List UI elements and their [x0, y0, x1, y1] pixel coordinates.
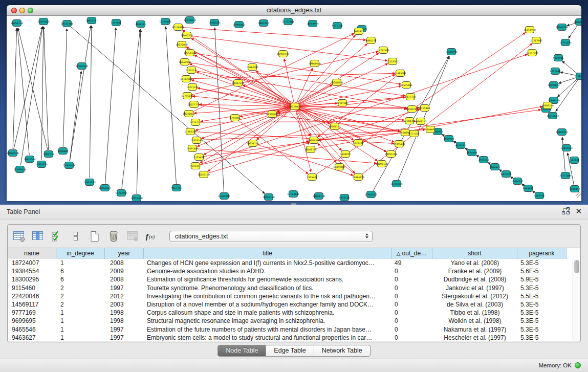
graph-node-label: 18403313 [574, 21, 581, 24]
graph-edge[interactable] [194, 55, 291, 105]
network-graph[interactable]: 1405571420091406181114041065328715270076… [7, 16, 581, 201]
graph-node-label: 19384554 [308, 139, 319, 142]
graph-node-label: 20997140 [263, 196, 274, 199]
graph-node-label: 12754110 [184, 52, 195, 54]
graph-node-label: 19737493 [377, 49, 389, 52]
table-row[interactable]: 911546021997Tourette syndrome. Phenomeno… [8, 284, 573, 292]
graph-edge[interactable] [189, 62, 405, 96]
graph-node-label: 9275711 [190, 121, 201, 124]
graph-edge[interactable] [297, 35, 355, 103]
tab-node-table[interactable]: Node Table [218, 345, 266, 356]
cell-name: 9115460 [8, 284, 56, 292]
graph-node-label: 19861610 [309, 62, 320, 65]
table-row[interactable]: 1830029562008Estimation of significance … [8, 275, 573, 283]
graph-node-label: 12093872 [548, 84, 559, 86]
minimize-window-button[interactable] [19, 8, 25, 13]
graph-edge[interactable] [63, 29, 67, 147]
graph-node-label: 19660164 [208, 21, 220, 24]
graph-edge[interactable] [296, 111, 309, 145]
float-panel-icon[interactable] [562, 208, 569, 215]
traffic-lights [11, 8, 33, 13]
column-header-title[interactable]: title [144, 248, 391, 259]
graph-edge[interactable] [194, 132, 394, 143]
graph-node-label: 14055714 [11, 22, 23, 25]
scrollbar-thumb[interactable] [574, 260, 579, 273]
close-panel-icon[interactable]: ✕ [575, 208, 582, 215]
table-row[interactable]: 2242004622012Investigating the contribut… [8, 292, 573, 300]
table-row[interactable]: 946554611997Estimation of the future num… [8, 325, 573, 334]
select-all-icon[interactable] [50, 229, 64, 244]
table-panel-title: Table Panel [7, 208, 40, 215]
graph-node-label: 5905170 [43, 153, 54, 156]
graph-edge[interactable] [90, 26, 92, 178]
graph-edge[interactable] [567, 23, 576, 26]
graph-node-label: 10107487 [336, 102, 348, 104]
graph-edge[interactable] [203, 110, 541, 157]
tab-network-table[interactable]: Network Table [314, 345, 370, 356]
network-canvas[interactable]: 1405571420091406181114041065328715270076… [7, 16, 581, 201]
close-window-button[interactable] [11, 8, 17, 13]
column-header-in-degree[interactable]: in_degree [56, 248, 105, 259]
cell-out-de-: 0 [391, 275, 432, 283]
column-header-name[interactable]: name [8, 248, 56, 259]
row-height-icon[interactable] [69, 229, 83, 244]
graph-edge[interactable] [166, 27, 177, 184]
graph-edge[interactable] [70, 26, 91, 161]
graph-edge[interactable] [13, 28, 16, 149]
table-panel-header: Table Panel ✕ [0, 205, 588, 220]
graph-edge[interactable] [14, 27, 42, 149]
graph-edge[interactable] [569, 26, 578, 38]
graph-node-label: 15254110 [247, 142, 258, 145]
function-builder-icon[interactable]: f (x) [144, 229, 159, 244]
graph-edge[interactable] [105, 28, 116, 184]
table-row[interactable]: 1938455462009Genome-wide association stu… [8, 267, 573, 275]
column-header-year[interactable]: year [105, 248, 144, 259]
graph-node-label: 18205110 [313, 195, 324, 198]
graph-edge[interactable] [43, 27, 48, 150]
cell-pagerank: 5.3E-5 [517, 325, 567, 334]
vertical-scrollbar[interactable] [573, 259, 580, 341]
graph-edge[interactable] [562, 137, 565, 171]
graph-edge[interactable] [191, 51, 378, 95]
zoom-window-button[interactable] [28, 8, 33, 13]
graph-node-label: 16091447 [186, 147, 198, 150]
graph-edge[interactable] [190, 73, 395, 79]
column-header-pagerank[interactable]: pagerank [517, 248, 567, 259]
tab-edge-table[interactable]: Edge Table [266, 345, 314, 356]
attribute-browser: f (x) citations_edges.txt namein_degreey… [7, 224, 581, 342]
graph-node-label: 9227343 [550, 70, 561, 73]
table-row[interactable]: 977716911998Corpus callosum shape and si… [8, 309, 573, 317]
graph-edge[interactable] [215, 28, 224, 192]
graph-node-label: 18955704 [385, 153, 397, 156]
table-row[interactable]: 969969511998Structural magnetic resonanc… [8, 317, 573, 325]
new-column-icon[interactable] [88, 229, 102, 244]
graph-nodes[interactable]: 1405571420091406181114041065328715270076… [7, 17, 581, 202]
table-mode-icon[interactable] [12, 229, 26, 244]
graph-edge[interactable] [70, 71, 81, 161]
graph-edge[interactable] [17, 28, 29, 155]
graph-edge[interactable] [192, 33, 354, 112]
delete-column-icon[interactable] [106, 229, 121, 244]
cell-year: 1998 [105, 317, 144, 325]
graph-node-label: 1167533 [569, 159, 580, 162]
table-row[interactable]: 946362711997Embryonic stem cells: a mode… [8, 334, 573, 341]
graph-node-label: 9102105 [534, 194, 545, 197]
graph-node-label: 21335674 [184, 19, 195, 21]
column-header-short[interactable]: short [432, 248, 517, 259]
cell-pagerank: 5.3E-5 [517, 284, 567, 292]
graph-node-label: 12923448 [130, 197, 142, 200]
column-header-out-de-[interactable]: △out_de… [391, 248, 432, 259]
cell-in-degree: 1 [56, 259, 105, 267]
table-row[interactable]: 1872400712008Changes of HCN gene express… [8, 259, 573, 267]
show-column-icon[interactable] [31, 229, 45, 244]
window-title-bar[interactable]: citations_edges.txt [7, 5, 581, 16]
canvas-resize-grip[interactable] [576, 192, 581, 198]
graph-edge[interactable] [557, 79, 577, 97]
table-selector-dropdown[interactable]: citations_edges.txt [169, 231, 373, 242]
graph-edge[interactable] [41, 27, 43, 160]
table-row[interactable]: 1456911722003Disruption of a novel membe… [8, 300, 573, 309]
graph-edge[interactable] [238, 120, 308, 174]
graph-node-label: 10554974 [307, 23, 318, 25]
graph-edge[interactable] [194, 53, 401, 84]
graph-edge[interactable] [562, 61, 577, 73]
